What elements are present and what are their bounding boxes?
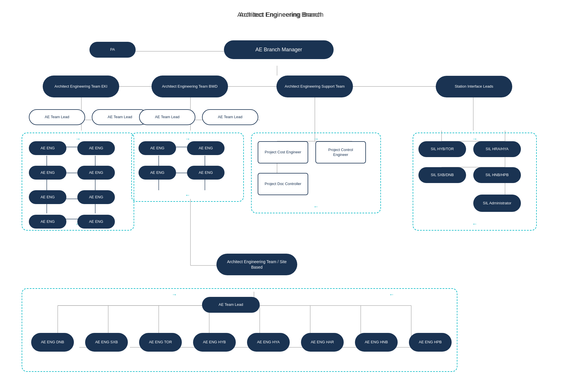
- branch-manager-node: AE Branch Manager: [224, 40, 334, 59]
- ae-eng-har-node: AE ENG HAR: [301, 333, 344, 352]
- ae-eng-bwd-2: AE ENG: [187, 141, 225, 155]
- team-lead-bwd-1: AE Team Lead: [139, 109, 195, 125]
- team-lead-eki-1: AE Team Lead: [29, 109, 85, 125]
- team-lead-bwd-2: AE Team Lead: [202, 109, 258, 125]
- ae-eng-bwd-3: AE ENG: [139, 166, 176, 180]
- ae-eng-eki-8: AE ENG: [77, 215, 115, 229]
- ae-eng-eki-2: AE ENG: [77, 141, 115, 155]
- ae-eng-eki-1: AE ENG: [29, 141, 66, 155]
- ae-eng-bwd-1: AE ENG: [139, 141, 176, 155]
- sil-hnb-node: SIL HNB/HPB: [473, 167, 521, 183]
- ae-team-lead-site-node: AE Team Lead: [202, 297, 260, 313]
- ae-eng-hyb-node: AE ENG HYB: [193, 333, 236, 352]
- ae-eng-bwd-4: AE ENG: [187, 166, 225, 180]
- site-based-node: Architect Engineering Team / Site Based: [216, 254, 297, 275]
- support-team-node: Architect Engineering Support Team: [276, 76, 353, 97]
- ae-eng-hpb-node: AE ENG HPB: [409, 333, 452, 352]
- sil-hra-node: SIL HRA/HYA: [473, 141, 521, 157]
- ae-eng-sxb-node: AE ENG SXB: [85, 333, 128, 352]
- team-bwd-node: Architect Engineering Team BWD: [152, 76, 228, 97]
- project-doc-node: Project Doc Controller: [258, 173, 308, 195]
- project-cost-node: Project Cost Engineer: [258, 141, 308, 163]
- ae-eng-eki-6: AE ENG: [77, 190, 115, 204]
- project-control-node: Project Control Engineer: [315, 141, 366, 163]
- ae-eng-hya-node: AE ENG HYA: [247, 333, 290, 352]
- ae-eng-tor-node: AE ENG TOR: [139, 333, 182, 352]
- sil-hyb-node: SIL HYB/TOR: [418, 141, 466, 157]
- pa-node: PA: [89, 42, 136, 58]
- ae-eng-eki-7: AE ENG: [29, 215, 66, 229]
- team-eki-node: Architect Engineering Team EKI: [43, 76, 119, 97]
- ae-eng-hnb-node: AE ENG HNB: [355, 333, 398, 352]
- page-title: Architect Engineering Branch: [0, 11, 561, 18]
- page: Architect Engineering Branch: [0, 0, 561, 392]
- station-leads-node: Station Interface Leads: [436, 76, 512, 97]
- sil-admin-node: SIL Administrator: [473, 195, 521, 212]
- ae-eng-eki-5: AE ENG: [29, 190, 66, 204]
- ae-eng-eki-4: AE ENG: [77, 166, 115, 180]
- sil-sxb-node: SIL SXB/DNB: [418, 167, 466, 183]
- ae-eng-dnb-node: AE ENG DNB: [31, 333, 74, 352]
- ae-eng-eki-3: AE ENG: [29, 166, 66, 180]
